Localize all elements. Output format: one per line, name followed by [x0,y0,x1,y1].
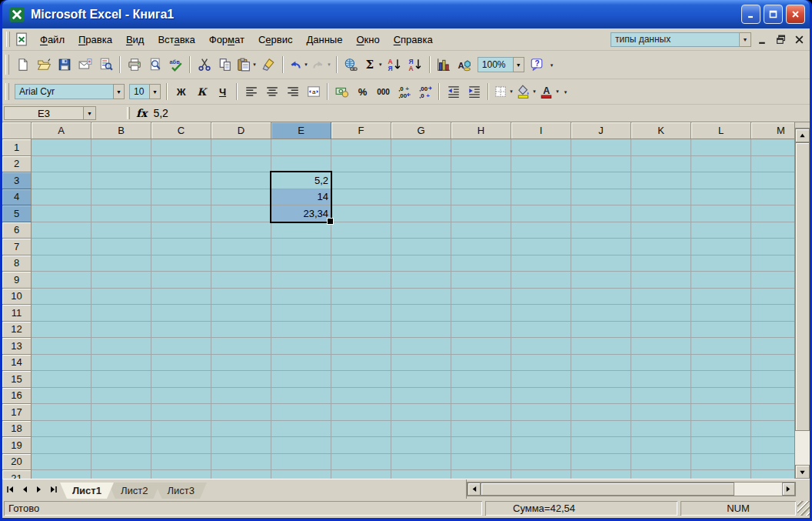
cell-G7[interactable] [391,239,451,255]
toolbar-options-icon[interactable]: ▾ [551,63,554,67]
cell-B2[interactable] [92,156,151,173]
cell-M10[interactable] [751,289,794,306]
cell-L7[interactable] [691,239,751,255]
row-header-11[interactable]: 11 [2,305,32,322]
copy-button[interactable] [215,55,235,75]
cell-C9[interactable] [151,272,211,289]
search-button[interactable] [96,55,115,75]
cell-F18[interactable] [331,421,391,438]
cell-E10[interactable] [271,289,331,306]
cell-A5[interactable] [32,205,92,222]
cell-F21[interactable] [331,470,391,479]
cell-J19[interactable] [571,437,631,454]
cell-F8[interactable] [331,255,391,272]
cell-M20[interactable] [751,454,794,471]
cell-B9[interactable] [92,272,151,289]
cell-B4[interactable] [92,189,151,206]
cell-E13[interactable] [271,338,331,355]
last-sheet-icon[interactable] [47,483,60,496]
cell-J6[interactable] [571,222,631,239]
column-header-B[interactable]: B [92,122,151,139]
row-header-1[interactable]: 1 [2,139,32,156]
cell-D4[interactable] [211,189,271,206]
menu-вид[interactable]: Вид [119,32,151,48]
cell-C11[interactable] [151,305,211,322]
increase-indent-button[interactable] [464,82,484,102]
cell-I7[interactable] [511,239,571,255]
cell-L8[interactable] [691,255,751,272]
cell-J13[interactable] [571,338,631,355]
cell-D18[interactable] [211,421,271,438]
cell-B3[interactable] [92,172,151,189]
cell-G16[interactable] [391,388,451,405]
cell-I21[interactable] [511,470,571,479]
cell-L21[interactable] [691,470,751,479]
cell-K10[interactable] [631,289,691,306]
sheet-close-button[interactable] [792,33,807,46]
mail-button[interactable] [75,55,95,75]
vertical-scroll-thumb[interactable] [795,142,810,431]
increase-decimal-button[interactable]: ,0+,00 [394,82,414,102]
cell-M3[interactable] [751,172,794,189]
cell-D12[interactable] [211,322,271,339]
status-sum[interactable]: Сумма=42,54 [485,501,677,516]
help-question-box[interactable]: типы данных [611,32,740,47]
column-header-K[interactable]: K [631,122,691,139]
cell-M21[interactable] [751,470,794,479]
menu-сервис[interactable]: Сервис [251,32,300,48]
cell-G17[interactable] [391,404,451,421]
row-header-15[interactable]: 15 [2,371,32,388]
cell-J7[interactable] [571,239,631,255]
menu-данные[interactable]: Данные [299,32,349,48]
cell-F4[interactable] [331,189,391,206]
undo-button[interactable]: ▼ [288,55,309,75]
cell-M9[interactable] [751,272,794,289]
row-header-6[interactable]: 6 [2,222,32,239]
align-center-button[interactable] [262,82,281,102]
scroll-up-icon[interactable] [795,129,810,142]
fill-color-button[interactable]: ▼ [516,82,537,102]
decrease-decimal-button[interactable]: ,00,0+ [415,82,434,102]
cell-C8[interactable] [151,255,211,272]
formula-input[interactable]: 5,2 [153,107,808,119]
cell-C13[interactable] [151,338,211,355]
cell-C19[interactable] [151,437,211,454]
cell-L17[interactable] [691,404,751,421]
cell-L2[interactable] [691,156,751,173]
cell-D19[interactable] [211,437,271,454]
sheet-tab-лист3[interactable]: Лист3 [155,483,206,499]
print-button[interactable] [125,55,144,75]
cell-F9[interactable] [331,272,391,289]
cell-B5[interactable] [92,205,151,222]
cell-E20[interactable] [271,454,331,471]
cell-K2[interactable] [631,156,691,173]
insert-function-icon[interactable]: fx [136,107,147,119]
cell-J21[interactable] [571,470,631,479]
sheet-minimize-button[interactable] [755,33,770,46]
cell-H11[interactable] [451,305,511,322]
cell-I1[interactable] [511,139,571,156]
cell-K7[interactable] [631,239,691,255]
autosum-dropdown-icon[interactable]: ▼ [378,62,383,67]
column-header-J[interactable]: J [571,122,631,139]
cell-I14[interactable] [511,355,571,372]
cell-F20[interactable] [331,454,391,471]
cell-F12[interactable] [331,322,391,339]
cell-G11[interactable] [391,305,451,322]
cell-I8[interactable] [511,255,571,272]
open-button[interactable] [34,55,53,75]
cell-E11[interactable] [271,305,331,322]
cell-D7[interactable] [211,239,271,255]
cell-B12[interactable] [92,322,151,339]
row-header-17[interactable]: 17 [2,404,32,421]
vertical-split-handle[interactable] [795,122,810,129]
cell-D13[interactable] [211,338,271,355]
maximize-button[interactable] [764,5,783,24]
cell-F13[interactable] [331,338,391,355]
sheet-tab-лист1[interactable]: Лист1 [60,483,114,499]
autosum-button[interactable]: Σ▼ [362,55,384,75]
row-header-21[interactable]: 21 [2,470,32,479]
cell-L20[interactable] [691,454,751,471]
row-header-2[interactable]: 2 [2,156,32,173]
cell-M5[interactable] [751,205,794,222]
